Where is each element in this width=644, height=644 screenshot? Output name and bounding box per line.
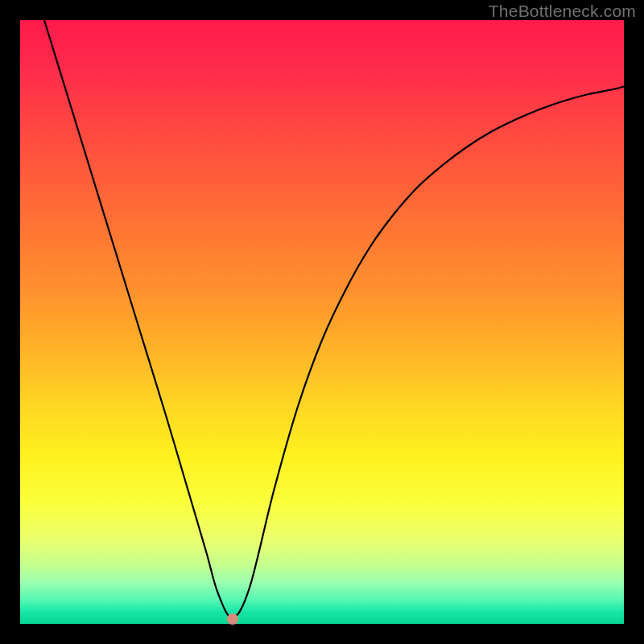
chart-plot-area <box>20 20 624 624</box>
watermark-text: TheBottleneck.com <box>489 2 636 21</box>
bottleneck-curve <box>20 20 624 624</box>
chart-frame: TheBottleneck.com <box>0 0 644 644</box>
curve-path <box>44 20 624 618</box>
minimum-marker <box>227 613 238 625</box>
